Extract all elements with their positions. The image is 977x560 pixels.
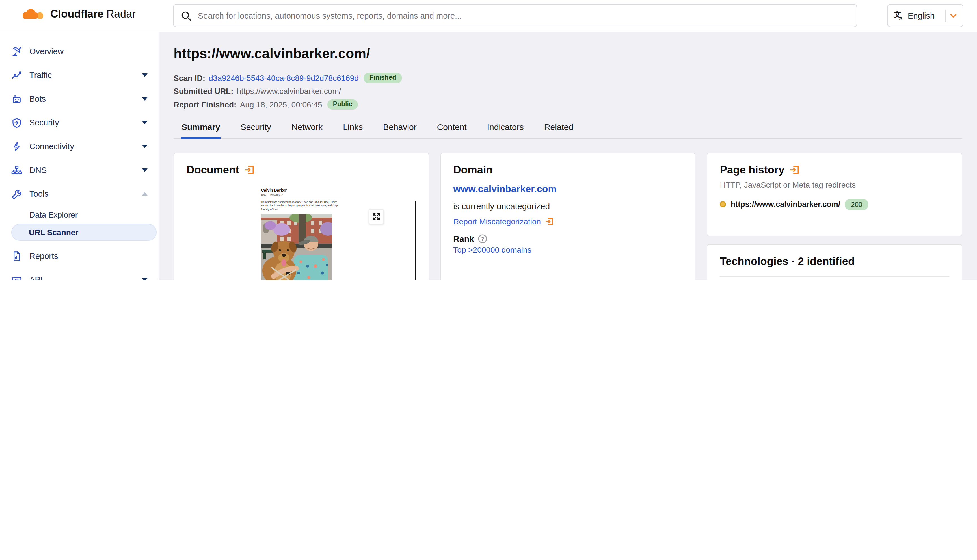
submitted-url-value: https://www.calvinbarker.com/ xyxy=(237,87,341,96)
preview-nav: Blog Resume ↗ xyxy=(261,193,341,198)
domain-card-title: Domain xyxy=(453,163,682,176)
open-external-icon xyxy=(545,217,554,226)
visibility-badge-public: Public xyxy=(327,99,358,110)
sidebar-item-label: Tools xyxy=(29,189,142,198)
report-document-icon xyxy=(11,251,22,262)
sidebar-item-overview[interactable]: Overview xyxy=(0,40,158,63)
domain-link[interactable]: www.calvinbarker.com xyxy=(453,183,682,195)
scan-id-label: Scan ID: xyxy=(174,73,205,83)
divider xyxy=(945,9,946,22)
sitemap-icon xyxy=(11,165,22,175)
chevron-down-icon xyxy=(142,278,147,280)
status-dot-icon xyxy=(720,201,726,207)
topbar: Cloudflare Radar 文A English xyxy=(0,0,977,31)
tab-security[interactable]: Security xyxy=(240,122,272,138)
summary-grid: Document Calvin Barker Blog Resu xyxy=(174,152,962,280)
radar-dish-icon xyxy=(11,46,22,57)
language-label: English xyxy=(908,11,941,20)
language-selector[interactable]: 文A English xyxy=(887,4,964,27)
chevron-down-icon xyxy=(142,145,147,148)
preview-intro-text: I'm a software engineering manager, dog … xyxy=(261,200,341,212)
report-tabs: Summary Security Network Links Behavior … xyxy=(174,122,962,139)
sidebar-nav: Overview Traffic xyxy=(0,32,158,280)
rank-row: Rank ? xyxy=(453,234,682,243)
tab-indicators[interactable]: Indicators xyxy=(486,122,524,138)
svg-text:API: API xyxy=(14,278,20,280)
chevron-down-icon xyxy=(142,168,147,172)
preview-scrollbar[interactable] xyxy=(415,200,416,280)
preview-site-name: Calvin Barker xyxy=(261,188,341,192)
cloudflare-radar-logo[interactable]: Cloudflare Radar xyxy=(20,7,136,21)
technologies-list: HSTS (Security) xyxy=(720,276,949,280)
sidebar-item-tools[interactable]: Tools xyxy=(0,182,158,206)
tab-content[interactable]: Content xyxy=(436,122,467,138)
tab-links[interactable]: Links xyxy=(342,122,363,138)
sidebar-item-label: Data Explorer xyxy=(29,210,78,219)
open-section-icon[interactable] xyxy=(244,165,255,175)
chevron-down-icon xyxy=(142,73,147,77)
sidebar: Overview Traffic xyxy=(0,32,158,280)
scan-id-link[interactable]: d3a9246b-5543-40ca-8c89-9d2d78c6169d xyxy=(209,73,359,83)
page-history-url[interactable]: https://www.calvinbarker.com/ xyxy=(731,200,840,208)
page-title: https://www.calvinbarker.com/ xyxy=(174,46,962,62)
rank-value-link[interactable]: Top >200000 domains xyxy=(453,245,682,254)
sidebar-item-security[interactable]: Security xyxy=(0,111,158,135)
tab-related[interactable]: Related xyxy=(544,122,574,138)
sidebar-item-label: Traffic xyxy=(29,71,142,80)
cloudflare-cloud-icon xyxy=(20,7,45,21)
search-icon xyxy=(181,10,191,21)
scan-id-row: Scan ID: d3a9246b-5543-40ca-8c89-9d2d78c… xyxy=(174,71,962,85)
sidebar-item-label: URL Scanner xyxy=(29,228,78,237)
column-right: Page history HTTP, JavaScript or Meta ta… xyxy=(707,152,962,280)
sidebar-item-label: Reports xyxy=(29,252,147,260)
help-icon[interactable]: ? xyxy=(478,234,488,243)
fullscreen-icon xyxy=(372,212,380,221)
chevron-up-icon xyxy=(142,192,147,195)
search-input[interactable] xyxy=(197,10,849,21)
traffic-chart-icon xyxy=(11,70,22,80)
page-history-card: Page history HTTP, JavaScript or Meta ta… xyxy=(707,152,962,236)
logo-text: Cloudflare Radar xyxy=(50,8,136,20)
document-card-title: Document xyxy=(187,163,416,176)
tab-network[interactable]: Network xyxy=(291,122,323,138)
sidebar-item-dns[interactable]: DNS xyxy=(0,158,158,182)
page-screenshot-preview: Calvin Barker Blog Resume ↗ I'm a softwa… xyxy=(187,188,416,280)
submitted-url-label: Submitted URL: xyxy=(174,87,234,96)
lightning-bolt-icon xyxy=(11,141,22,152)
svg-text:?: ? xyxy=(481,236,484,242)
technology-row-hsts: HSTS (Security) xyxy=(720,276,949,280)
sidebar-item-api[interactable]: API API xyxy=(0,268,158,280)
translate-icon: 文A xyxy=(894,10,905,21)
sidebar-item-label: Security xyxy=(29,118,142,127)
screenshot-thumbnail[interactable]: Calvin Barker Blog Resume ↗ I'm a softwa… xyxy=(261,188,341,280)
sidebar-item-bots[interactable]: Bots xyxy=(0,87,158,111)
technologies-card-title: Technologies · 2 identified xyxy=(720,255,949,268)
sidebar-item-label: DNS xyxy=(29,165,142,175)
wrench-icon xyxy=(11,188,22,199)
report-miscategorization-link[interactable]: Report Miscategorization xyxy=(453,217,682,226)
robot-icon xyxy=(11,93,22,104)
expand-screenshot-button[interactable] xyxy=(368,209,384,224)
open-section-icon[interactable] xyxy=(790,165,800,175)
sidebar-item-url-scanner[interactable]: URL Scanner xyxy=(11,224,157,241)
sidebar-item-traffic[interactable]: Traffic xyxy=(0,63,158,87)
tab-behavior[interactable]: Behavior xyxy=(382,122,417,138)
sidebar-item-reports[interactable]: Reports xyxy=(0,244,158,268)
http-status-badge: 200 xyxy=(845,198,868,210)
chevron-down-icon xyxy=(950,13,957,18)
technologies-card: Technologies · 2 identified HSTS (S xyxy=(707,244,962,280)
document-card: Document Calvin Barker Blog Resu xyxy=(174,152,429,280)
page-history-card-title: Page history xyxy=(720,163,949,176)
sidebar-item-connectivity[interactable]: Connectivity xyxy=(0,135,158,158)
report-finished-row: Report Finished: Aug 18, 2025, 00:06:45 … xyxy=(174,98,962,111)
url-scanner-page: Cloudflare Radar 文A English xyxy=(0,0,977,280)
shield-arrow-icon xyxy=(11,117,22,128)
global-search xyxy=(173,4,857,27)
api-icon: API xyxy=(11,274,22,280)
domain-category-status: is currently uncategorized xyxy=(453,201,682,210)
domain-card: Domain www.calvinbarker.com is currently… xyxy=(440,152,695,280)
sidebar-item-data-explorer[interactable]: Data Explorer xyxy=(0,206,158,223)
preview-photo xyxy=(261,214,332,280)
tab-summary[interactable]: Summary xyxy=(181,122,221,138)
page-history-entry: https://www.calvinbarker.com/ 200 xyxy=(720,198,949,210)
